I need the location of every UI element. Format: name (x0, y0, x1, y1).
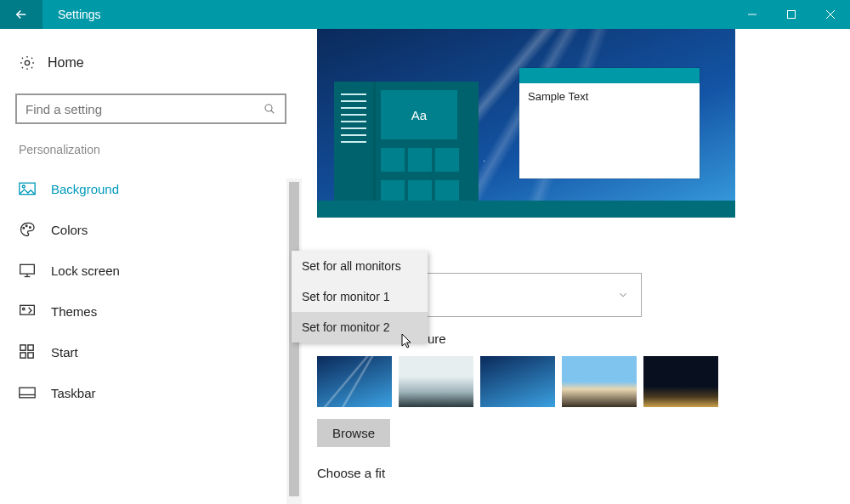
palette-icon (19, 221, 36, 238)
sidebar-item-label: Background (51, 182, 119, 196)
sidebar-item-label: Start (51, 345, 78, 360)
svg-rect-1 (788, 11, 796, 19)
wallpaper-thumb-2[interactable] (399, 356, 473, 407)
sidebar: Home Personalization Background Colors (0, 29, 302, 504)
svg-point-4 (25, 60, 29, 65)
menu-item-monitor-1[interactable]: Set for monitor 1 (292, 281, 428, 312)
svg-rect-15 (20, 305, 35, 314)
wallpaper-thumb-5[interactable] (643, 356, 718, 407)
svg-point-11 (30, 227, 31, 229)
themes-icon (19, 303, 36, 320)
minimize-button[interactable] (733, 0, 772, 29)
svg-point-5 (265, 105, 272, 111)
window-title: Settings (58, 8, 101, 21)
sidebar-item-themes[interactable]: Themes (0, 291, 302, 331)
sidebar-item-label: Lock screen (51, 263, 120, 278)
home-button[interactable]: Home (0, 48, 302, 78)
monitor-icon (19, 262, 36, 279)
maximize-button[interactable] (772, 0, 811, 29)
svg-point-10 (26, 225, 27, 227)
gear-icon (19, 54, 36, 71)
preview-taskbar (317, 201, 735, 218)
sidebar-item-taskbar[interactable]: Taskbar (0, 372, 302, 413)
sidebar-item-background[interactable]: Background (0, 168, 302, 209)
browse-button[interactable]: Browse (317, 419, 390, 447)
minimize-icon (747, 9, 757, 20)
main-panel: Aa Sample Text Set for all monitors Set … (302, 29, 850, 504)
wallpaper-thumb-3[interactable] (480, 356, 555, 407)
svg-rect-12 (20, 264, 35, 274)
menu-item-all-monitors[interactable]: Set for all monitors (292, 251, 428, 281)
choose-picture-label: ure (428, 331, 850, 346)
wallpaper-thumb-1[interactable] (317, 356, 392, 407)
context-menu: Set for all monitors Set for monitor 1 S… (292, 251, 428, 343)
arrow-left-icon (14, 7, 29, 22)
svg-rect-19 (20, 353, 26, 358)
section-label: Personalization (19, 143, 302, 156)
close-icon (825, 9, 836, 20)
picture-thumbnails (317, 356, 850, 407)
window-controls (733, 0, 850, 29)
preview-sample-window: Sample Text (519, 68, 700, 178)
search-box[interactable] (15, 93, 286, 124)
maximize-icon (786, 9, 796, 20)
svg-point-9 (23, 228, 25, 229)
sidebar-item-lock-screen[interactable]: Lock screen (0, 250, 302, 291)
svg-rect-18 (28, 345, 33, 350)
sidebar-item-label: Themes (51, 304, 97, 319)
svg-rect-21 (20, 388, 35, 398)
picture-icon (19, 180, 36, 197)
desktop-preview: Aa Sample Text (317, 29, 735, 218)
wallpaper-thumb-4[interactable] (562, 356, 637, 407)
sidebar-item-label: Taskbar (51, 386, 96, 400)
sidebar-item-label: Colors (51, 223, 88, 237)
sample-text-label: Sample Text (519, 83, 700, 110)
svg-rect-20 (28, 353, 33, 358)
chevron-down-icon (617, 289, 629, 301)
svg-point-8 (22, 185, 25, 188)
search-icon (263, 102, 276, 116)
search-input[interactable] (26, 102, 263, 116)
back-button[interactable] (0, 0, 42, 29)
cursor-icon (401, 333, 415, 350)
preview-tile-aa: Aa (381, 90, 457, 139)
svg-point-16 (23, 308, 26, 310)
close-button[interactable] (811, 0, 850, 29)
home-label: Home (48, 55, 84, 71)
svg-rect-17 (20, 345, 26, 350)
titlebar: Settings (0, 0, 850, 29)
taskbar-icon (19, 384, 36, 401)
preview-start-menu: Aa (334, 82, 479, 218)
sidebar-item-start[interactable]: Start (0, 331, 302, 372)
sidebar-item-colors[interactable]: Colors (0, 209, 302, 250)
svg-line-6 (271, 110, 274, 113)
start-grid-icon (19, 343, 36, 360)
choose-fit-label: Choose a fit (317, 466, 850, 480)
